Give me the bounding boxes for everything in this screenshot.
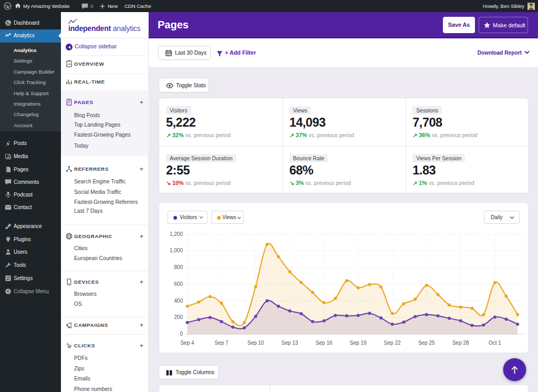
svg-text:600: 600 — [174, 281, 183, 287]
svg-text:1,200: 1,200 — [170, 231, 183, 237]
svg-text:Sep 13: Sep 13 — [282, 340, 298, 346]
svg-text:Sep 25: Sep 25 — [418, 340, 435, 346]
svg-text:Sep 7: Sep 7 — [214, 340, 229, 346]
svg-text:Oct 1: Oct 1 — [489, 340, 501, 346]
svg-text:Sep 4: Sep 4 — [180, 340, 194, 346]
svg-text:1,000: 1,000 — [170, 247, 183, 253]
svg-text:Sep 22: Sep 22 — [384, 340, 401, 346]
svg-text:Sep 28: Sep 28 — [452, 340, 469, 346]
svg-text:0: 0 — [180, 331, 183, 337]
svg-text:Sep 10: Sep 10 — [247, 340, 264, 346]
svg-text:800: 800 — [174, 264, 183, 270]
svg-text:Sep 19: Sep 19 — [350, 340, 367, 346]
svg-text:Sep 16: Sep 16 — [316, 340, 333, 346]
svg-text:400: 400 — [174, 298, 183, 304]
svg-text:200: 200 — [174, 314, 183, 320]
